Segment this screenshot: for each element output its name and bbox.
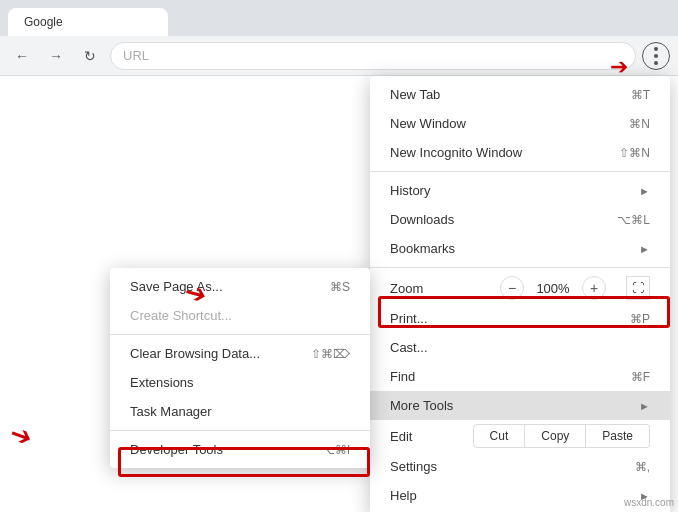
zoom-row: Zoom − 100% + ⛶	[370, 272, 670, 304]
tab-title: Google	[24, 15, 63, 29]
submenu-extensions-label: Extensions	[130, 375, 350, 390]
menu-item-settings[interactable]: Settings ⌘,	[370, 452, 670, 481]
dot1	[654, 47, 658, 51]
submenu-developer-tools-label: Developer Tools	[130, 442, 281, 457]
menu-item-help-label: Help	[390, 488, 631, 503]
zoom-label: Zoom	[390, 281, 500, 296]
dot3	[654, 61, 658, 65]
menu-item-find-label: Find	[390, 369, 591, 384]
menu-item-downloads-label: Downloads	[390, 212, 577, 227]
submenu-create-shortcut: Create Shortcut...	[110, 301, 370, 330]
menu-item-more-tools[interactable]: More Tools ►	[370, 391, 670, 420]
menu-dots-icon	[654, 47, 658, 65]
dot2	[654, 54, 658, 58]
menu-item-new-tab[interactable]: New Tab ⌘T	[370, 80, 670, 109]
menu-item-find-shortcut: ⌘F	[631, 370, 650, 384]
submenu-create-shortcut-label: Create Shortcut...	[130, 308, 350, 323]
refresh-button[interactable]: ↻	[76, 42, 104, 70]
sub-divider-1	[110, 334, 370, 335]
zoom-percent: 100%	[534, 281, 572, 296]
menu-item-incognito[interactable]: New Incognito Window ⇧⌘N	[370, 138, 670, 167]
submenu-save-page-shortcut: ⌘S	[330, 280, 350, 294]
arrow-to-menu-button: ➔	[610, 54, 628, 80]
zoom-out-button[interactable]: −	[500, 276, 524, 300]
menu-item-history[interactable]: History ►	[370, 176, 670, 205]
more-tools-submenu: Save Page As... ⌘S Create Shortcut... Cl…	[110, 268, 370, 468]
back-button[interactable]: ←	[8, 42, 36, 70]
tab-bar: Google	[0, 0, 678, 36]
menu-item-bookmarks[interactable]: Bookmarks ►	[370, 234, 670, 263]
address-text: URL	[123, 48, 149, 63]
menu-item-more-tools-label: More Tools	[390, 398, 631, 413]
submenu-task-manager-label: Task Manager	[130, 404, 350, 419]
menu-item-find[interactable]: Find ⌘F	[370, 362, 670, 391]
menu-item-settings-label: Settings	[390, 459, 595, 474]
submenu-developer-tools[interactable]: Developer Tools ⌥⌘I	[110, 435, 370, 464]
submenu-clear-browsing-label: Clear Browsing Data...	[130, 346, 271, 361]
menu-item-print-label: Print...	[390, 311, 590, 326]
submenu-developer-tools-shortcut: ⌥⌘I	[321, 443, 350, 457]
edit-row: Edit Cut Copy Paste	[370, 420, 670, 452]
menu-item-cast-label: Cast...	[390, 340, 650, 355]
menu-item-new-window-shortcut: ⌘N	[629, 117, 650, 131]
menu-item-bookmarks-label: Bookmarks	[390, 241, 631, 256]
browser-tab[interactable]: Google	[8, 8, 168, 36]
zoom-plus-icon: +	[590, 280, 598, 296]
menu-item-cast[interactable]: Cast...	[370, 333, 670, 362]
menu-item-incognito-shortcut: ⇧⌘N	[619, 146, 650, 160]
divider-2	[370, 267, 670, 268]
toolbar: ← → ↻ URL	[0, 36, 678, 76]
edit-buttons: Cut Copy Paste	[473, 424, 650, 448]
submenu-extensions[interactable]: Extensions	[110, 368, 370, 397]
chrome-menu-button[interactable]	[642, 42, 670, 70]
zoom-in-button[interactable]: +	[582, 276, 606, 300]
menu-item-bookmarks-arrow: ►	[639, 243, 650, 255]
main-menu: New Tab ⌘T New Window ⌘N New Incognito W…	[370, 76, 670, 512]
submenu-clear-browsing[interactable]: Clear Browsing Data... ⇧⌘⌦	[110, 339, 370, 368]
menu-item-more-tools-arrow: ►	[639, 400, 650, 412]
sub-divider-2	[110, 430, 370, 431]
fullscreen-icon: ⛶	[632, 281, 644, 295]
menu-item-new-tab-label: New Tab	[390, 87, 591, 102]
menu-item-print-shortcut: ⌘P	[630, 312, 650, 326]
menu-item-new-window-label: New Window	[390, 116, 589, 131]
submenu-task-manager[interactable]: Task Manager	[110, 397, 370, 426]
menu-item-settings-shortcut: ⌘,	[635, 460, 650, 474]
address-bar[interactable]: URL	[110, 42, 636, 70]
zoom-minus-icon: −	[508, 280, 516, 296]
menu-item-downloads[interactable]: Downloads ⌥⌘L	[370, 205, 670, 234]
menu-item-print[interactable]: Print... ⌘P	[370, 304, 670, 333]
submenu-save-page[interactable]: Save Page As... ⌘S	[110, 272, 370, 301]
paste-button[interactable]: Paste	[586, 424, 650, 448]
menu-item-downloads-shortcut: ⌥⌘L	[617, 213, 650, 227]
cut-button[interactable]: Cut	[473, 424, 526, 448]
menu-item-history-arrow: ►	[639, 185, 650, 197]
submenu-clear-browsing-shortcut: ⇧⌘⌦	[311, 347, 350, 361]
copy-button[interactable]: Copy	[525, 424, 586, 448]
menu-item-incognito-label: New Incognito Window	[390, 145, 579, 160]
watermark: wsxdn.com	[624, 497, 674, 508]
zoom-fullscreen-button[interactable]: ⛶	[626, 276, 650, 300]
edit-label: Edit	[390, 429, 473, 444]
divider-1	[370, 171, 670, 172]
menu-item-history-label: History	[390, 183, 631, 198]
forward-button[interactable]: →	[42, 42, 70, 70]
zoom-controls: − 100% + ⛶	[500, 276, 650, 300]
menu-item-new-window[interactable]: New Window ⌘N	[370, 109, 670, 138]
menu-item-new-tab-shortcut: ⌘T	[631, 88, 650, 102]
